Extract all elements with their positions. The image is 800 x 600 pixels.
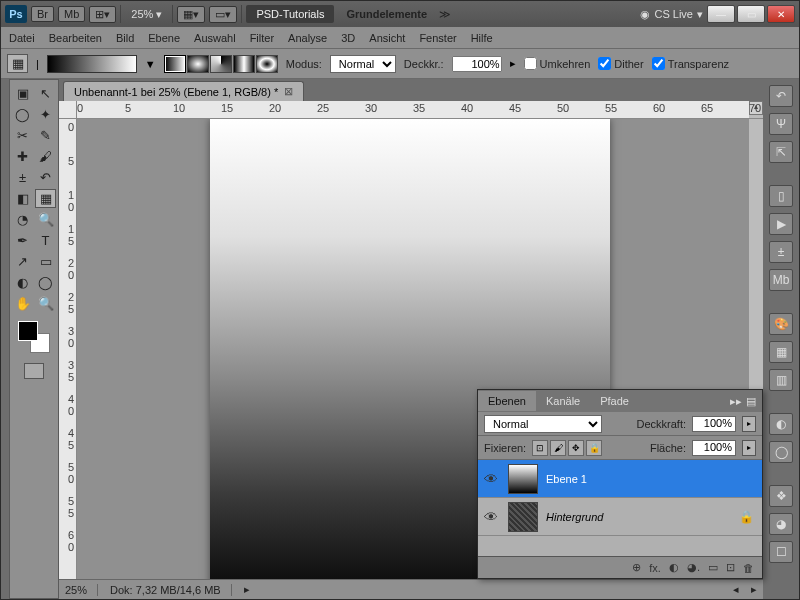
mask-icon[interactable]: ◐	[669, 561, 679, 574]
maximize-button[interactable]: ▭	[737, 5, 765, 23]
crop-tool[interactable]: ✂	[12, 126, 33, 145]
fill-flyout-icon[interactable]: ▸	[742, 440, 756, 456]
menu-select[interactable]: Auswahl	[194, 32, 236, 44]
arrange-button[interactable]: ▦▾	[177, 6, 205, 23]
move-tool[interactable]: ▣	[12, 84, 33, 103]
magic-wand-tool[interactable]: ✦	[35, 105, 56, 124]
menu-edit[interactable]: Bearbeiten	[49, 32, 102, 44]
mb-panel-icon[interactable]: Mb	[769, 269, 793, 291]
shape-tool[interactable]: ▭	[35, 252, 56, 271]
tool-preset-button[interactable]: ▦	[7, 54, 28, 73]
channels-icon[interactable]: ◕	[769, 513, 793, 535]
stamp-tool[interactable]: ±	[12, 168, 33, 187]
dither-checkbox[interactable]	[598, 57, 611, 70]
3d-tool[interactable]: ◐	[12, 273, 33, 292]
group-icon[interactable]: ▭	[708, 561, 718, 574]
history-brush-tool[interactable]: ↶	[35, 168, 56, 187]
dodge-tool[interactable]: 🔍	[35, 210, 56, 229]
gradient-linear[interactable]	[164, 55, 186, 73]
type-tool[interactable]: T	[35, 231, 56, 250]
move-arrow-tool[interactable]: ↖	[35, 84, 56, 103]
opacity-flyout-icon[interactable]: ▸	[742, 416, 756, 432]
color-icon[interactable]: 🎨	[769, 313, 793, 335]
link-layers-icon[interactable]: ⊕	[632, 561, 641, 574]
masks-icon[interactable]: ◯	[769, 441, 793, 463]
fill-input[interactable]: 100%	[692, 440, 736, 456]
actions-icon[interactable]: Ψ	[769, 113, 793, 135]
close-button[interactable]: ✕	[767, 5, 795, 23]
status-zoom[interactable]: 25%	[65, 584, 98, 596]
stamp-panel-icon[interactable]: ±	[769, 241, 793, 263]
brush-tool[interactable]: 🖌	[35, 147, 56, 166]
gradient-reflected[interactable]	[233, 55, 255, 73]
device-icon[interactable]: ▯	[769, 185, 793, 207]
menu-file[interactable]: Datei	[9, 32, 35, 44]
lock-position-icon[interactable]: ✥	[568, 440, 584, 456]
layer-thumbnail[interactable]	[508, 464, 538, 494]
document-tab[interactable]: Unbenannt-1 bei 25% (Ebene 1, RGB/8) * ⊠	[63, 81, 304, 101]
paths-icon[interactable]: ☐	[769, 541, 793, 563]
layer-row[interactable]: 👁 Hintergrund 🔒	[478, 498, 762, 536]
lock-pixels-icon[interactable]: 🖌	[550, 440, 566, 456]
play-icon[interactable]: ▶	[769, 213, 793, 235]
workspace-grundelemente[interactable]: Grundelemente	[338, 5, 435, 23]
gradient-tool[interactable]: ▦	[35, 189, 56, 208]
reverse-checkbox[interactable]	[524, 57, 537, 70]
close-tab-icon[interactable]: ⊠	[284, 85, 293, 98]
opacity-input[interactable]	[452, 56, 502, 72]
pen-tool[interactable]: ✒	[12, 231, 33, 250]
lock-all-icon[interactable]: 🔒	[586, 440, 602, 456]
layer-blend-select[interactable]: Normal	[484, 415, 602, 433]
gradient-angle[interactable]	[210, 55, 232, 73]
menu-image[interactable]: Bild	[116, 32, 134, 44]
gradient-radial[interactable]	[187, 55, 209, 73]
adjustment-layer-icon[interactable]: ◕.	[687, 561, 700, 574]
eyedropper-tool[interactable]: ✎	[35, 126, 56, 145]
zoom-tool[interactable]: 🔍	[35, 294, 56, 313]
gradient-preview[interactable]	[47, 55, 137, 73]
layers-icon[interactable]: ❖	[769, 485, 793, 507]
tab-layers[interactable]: Ebenen	[478, 391, 536, 411]
adjustments-icon[interactable]: ◐	[769, 413, 793, 435]
cs-live[interactable]: ◉ CS Live ▾	[640, 8, 703, 21]
gradient-diamond[interactable]	[256, 55, 278, 73]
layer-thumbnail[interactable]	[508, 502, 538, 532]
camera-tool[interactable]: ◯	[35, 273, 56, 292]
styles-icon[interactable]: ▥	[769, 369, 793, 391]
screen-mode-button[interactable]: ▭▾	[209, 6, 237, 23]
fx-icon[interactable]: fx.	[649, 562, 661, 574]
tab-channels[interactable]: Kanäle	[536, 391, 590, 411]
blur-tool[interactable]: ◔	[12, 210, 33, 229]
zoom-indicator[interactable]: 25% ▾	[125, 8, 168, 21]
layer-name[interactable]: Hintergrund	[546, 511, 731, 523]
panel-menu-icon[interactable]: ▤	[746, 395, 756, 408]
lasso-tool[interactable]: ◯	[12, 105, 33, 124]
new-layer-icon[interactable]: ⊡	[726, 561, 735, 574]
lock-transparency-icon[interactable]: ⊡	[532, 440, 548, 456]
delete-layer-icon[interactable]: 🗑	[743, 562, 754, 574]
transparency-checkbox[interactable]	[652, 57, 665, 70]
visibility-icon[interactable]: 👁	[482, 509, 500, 525]
menu-layer[interactable]: Ebene	[148, 32, 180, 44]
quickmask-button[interactable]	[24, 363, 44, 379]
layer-name[interactable]: Ebene 1	[546, 473, 758, 485]
layer-opacity-input[interactable]: 100%	[692, 416, 736, 432]
history-icon[interactable]: ↶	[769, 85, 793, 107]
share-icon[interactable]: ⇱	[769, 141, 793, 163]
panel-expand-icon[interactable]: ▸▸	[730, 395, 742, 408]
hand-tool[interactable]: ✋	[12, 294, 33, 313]
layer-row[interactable]: 👁 Ebene 1	[478, 460, 762, 498]
tab-paths[interactable]: Pfade	[590, 391, 639, 411]
color-swatches[interactable]	[18, 321, 50, 353]
menu-view[interactable]: Ansicht	[369, 32, 405, 44]
bridge-button[interactable]: Br	[31, 6, 54, 22]
layout-button[interactable]: ⊞▾	[89, 6, 116, 23]
menu-window[interactable]: Fenster	[419, 32, 456, 44]
minibridge-button[interactable]: Mb	[58, 6, 85, 22]
menu-analysis[interactable]: Analyse	[288, 32, 327, 44]
visibility-icon[interactable]: 👁	[482, 471, 500, 487]
status-doc-size[interactable]: Dok: 7,32 MB/14,6 MB	[110, 584, 232, 596]
eraser-tool[interactable]: ◧	[12, 189, 33, 208]
menu-help[interactable]: Hilfe	[471, 32, 493, 44]
workspace-psd-tutorials[interactable]: PSD-Tutorials	[246, 5, 334, 23]
